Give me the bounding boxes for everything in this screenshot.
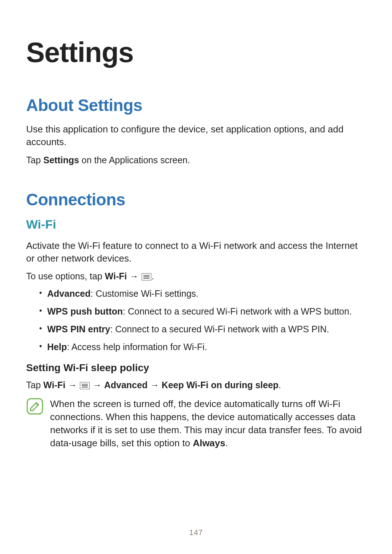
about-tap-instruction: Tap Settings on the Applications screen. xyxy=(26,154,366,167)
option-desc: : Access help information for Wi-Fi. xyxy=(67,342,207,352)
about-description: Use this application to configure the de… xyxy=(26,123,366,149)
arrow: → xyxy=(127,271,141,281)
list-item: WPS push button: Connect to a secured Wi… xyxy=(39,305,366,318)
arrow: → xyxy=(147,380,162,390)
option-name: WPS PIN entry xyxy=(47,324,110,334)
heading-wifi: Wi-Fi xyxy=(26,217,366,231)
heading-wifi-sleep-policy: Setting Wi-Fi sleep policy xyxy=(26,362,366,374)
menu-icon xyxy=(142,271,151,284)
list-item: WPS PIN entry: Connect to a secured Wi-F… xyxy=(39,323,366,336)
svg-rect-8 xyxy=(27,399,42,414)
heading-about-settings: About Settings xyxy=(26,95,366,115)
svg-line-9 xyxy=(36,403,38,405)
document-page: Settings About Settings Use this applica… xyxy=(0,0,392,554)
menu-icon xyxy=(80,380,90,393)
wifi-label: Wi-Fi xyxy=(105,271,127,281)
option-name: Advanced xyxy=(47,288,90,299)
note-block: When the screen is turned off, the devic… xyxy=(26,398,366,450)
keep-wifi-label: Keep Wi-Fi on during sleep xyxy=(162,380,278,390)
note-text: When the screen is turned off, the devic… xyxy=(50,398,366,450)
heading-connections: Connections xyxy=(26,190,366,209)
option-name: WPS push button xyxy=(47,306,123,316)
wifi-options-sentence: To use options, tap Wi-Fi → . xyxy=(26,270,366,284)
option-desc: : Connect to a secured Wi-Fi network wit… xyxy=(110,324,329,334)
wifi-options-list: Advanced: Customise Wi-Fi settings. WPS … xyxy=(26,287,366,353)
option-desc: : Connect to a secured Wi-Fi network wit… xyxy=(123,306,352,316)
advanced-label: Advanced xyxy=(104,380,147,390)
text: Tap xyxy=(26,155,43,165)
text: Tap xyxy=(26,380,43,390)
note-icon xyxy=(26,398,44,415)
arrow: → xyxy=(90,380,104,390)
text: on the Applications screen. xyxy=(79,155,190,165)
period: . xyxy=(152,271,154,281)
option-desc: : Customise Wi-Fi settings. xyxy=(90,288,198,299)
arrow: → xyxy=(65,380,79,390)
settings-label: Settings xyxy=(43,155,79,165)
page-number: 147 xyxy=(0,528,392,537)
option-name: Help xyxy=(47,342,67,352)
text: . xyxy=(225,438,228,448)
always-label: Always xyxy=(193,438,225,448)
page-title: Settings xyxy=(26,36,366,69)
list-item: Advanced: Customise Wi-Fi settings. xyxy=(39,287,366,300)
text: To use options, tap xyxy=(26,271,105,281)
wifi-intro: Activate the Wi-Fi feature to connect to… xyxy=(26,239,366,265)
wifi-sleep-path: Tap Wi-Fi → → Advanced → Keep Wi-Fi on d… xyxy=(26,379,366,393)
wifi-label: Wi-Fi xyxy=(43,380,65,390)
list-item: Help: Access help information for Wi-Fi. xyxy=(39,341,366,353)
period: . xyxy=(278,380,281,390)
